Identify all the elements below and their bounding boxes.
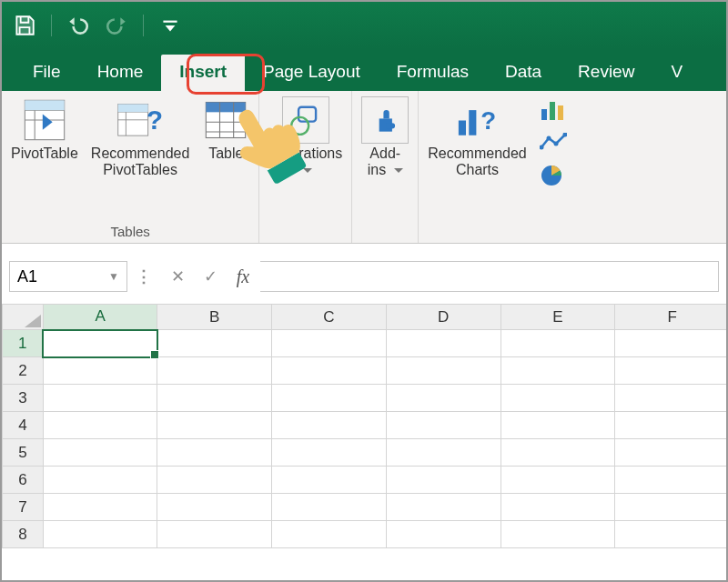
cancel-formula-button[interactable]: ✕	[162, 261, 193, 292]
svg-text:?: ?	[480, 106, 496, 135]
tab-insert[interactable]: Insert	[161, 55, 245, 91]
cell[interactable]	[272, 467, 387, 494]
cell[interactable]	[157, 412, 272, 439]
worksheet-grid[interactable]: A B C D E F 1 2 3 4 5 6 7 8	[2, 304, 726, 548]
cell[interactable]	[272, 357, 387, 385]
cell[interactable]	[386, 521, 500, 548]
formula-bar-expand[interactable]: ⋮	[129, 261, 160, 292]
illustrations-button[interactable]: Illustrations	[268, 96, 342, 179]
cell[interactable]	[272, 330, 387, 357]
tab-review[interactable]: Review	[560, 55, 652, 91]
cell[interactable]	[500, 330, 615, 357]
row-header-7[interactable]: 7	[3, 494, 44, 521]
insert-function-button[interactable]: fx	[228, 261, 258, 292]
tab-view-partial[interactable]: V	[652, 55, 701, 91]
cell[interactable]	[615, 412, 726, 439]
addins-label: Add-ins	[368, 146, 403, 179]
row-header-2[interactable]: 2	[3, 357, 44, 385]
cell[interactable]	[500, 494, 615, 521]
undo-button[interactable]	[63, 10, 94, 41]
tab-home[interactable]: Home	[79, 55, 162, 91]
tab-page-layout[interactable]: Page Layout	[245, 55, 379, 91]
column-header-D[interactable]: D	[386, 305, 500, 330]
cell-A1[interactable]	[43, 330, 157, 357]
row-header-4[interactable]: 4	[3, 412, 44, 439]
cell[interactable]	[500, 412, 615, 439]
addins-button[interactable]: Add-ins	[361, 96, 409, 179]
cell[interactable]	[386, 330, 500, 357]
cell[interactable]	[386, 467, 500, 494]
cell[interactable]	[43, 385, 157, 412]
table-button[interactable]: Table	[202, 96, 249, 162]
cell[interactable]	[157, 521, 272, 548]
cell[interactable]	[157, 494, 272, 521]
cell[interactable]	[500, 521, 615, 548]
row-header-1[interactable]: 1	[3, 330, 44, 357]
cell[interactable]	[615, 467, 726, 494]
pie-chart-button[interactable]	[540, 164, 567, 191]
cell[interactable]	[43, 412, 157, 439]
cell[interactable]	[615, 357, 726, 385]
cell[interactable]	[272, 439, 387, 467]
cell[interactable]	[386, 357, 500, 385]
group-illustrations: Illustrations	[259, 91, 352, 243]
qat-customize-button[interactable]	[155, 10, 186, 41]
cell[interactable]	[157, 330, 272, 357]
column-header-F[interactable]: F	[615, 305, 726, 330]
cell[interactable]	[272, 412, 387, 439]
cell[interactable]	[272, 385, 387, 412]
separator	[143, 15, 144, 36]
cell[interactable]	[386, 412, 500, 439]
cell[interactable]	[157, 385, 272, 412]
column-header-A[interactable]: A	[43, 305, 157, 330]
redo-icon	[105, 14, 128, 37]
redo-button[interactable]	[101, 10, 132, 41]
cell[interactable]	[615, 330, 726, 357]
cell[interactable]	[43, 467, 157, 494]
tab-formulas[interactable]: Formulas	[379, 55, 487, 91]
cell[interactable]	[500, 467, 615, 494]
tab-file[interactable]: File	[15, 55, 79, 91]
pivottable-button[interactable]: PivotTable	[11, 96, 78, 162]
tab-data[interactable]: Data	[487, 55, 560, 91]
save-button[interactable]	[9, 10, 40, 41]
cell[interactable]	[43, 357, 157, 385]
cell[interactable]	[386, 385, 500, 412]
cell[interactable]	[615, 494, 726, 521]
cell[interactable]	[386, 494, 500, 521]
formula-input[interactable]	[260, 261, 719, 292]
row-header-5[interactable]: 5	[3, 439, 44, 467]
cell[interactable]	[615, 439, 726, 467]
dropdown-icon	[158, 14, 182, 37]
cell[interactable]	[615, 385, 726, 412]
name-box-value: A1	[17, 267, 37, 286]
cell[interactable]	[615, 521, 726, 548]
recommended-pivottables-label: RecommendedPivotTables	[91, 146, 190, 179]
addins-icon	[361, 96, 409, 144]
cell[interactable]	[500, 439, 615, 467]
cell[interactable]	[157, 357, 272, 385]
cell[interactable]	[386, 439, 500, 467]
row-header-6[interactable]: 6	[3, 467, 44, 494]
column-header-B[interactable]: B	[157, 305, 272, 330]
cell[interactable]	[43, 521, 157, 548]
column-chart-button[interactable]	[540, 100, 567, 124]
line-chart-button[interactable]	[540, 133, 567, 155]
name-box[interactable]: A1 ▼	[9, 261, 127, 292]
cell[interactable]	[157, 467, 272, 494]
row-header-3[interactable]: 3	[3, 385, 44, 412]
cell[interactable]	[500, 357, 615, 385]
enter-formula-button[interactable]: ✓	[195, 261, 226, 292]
cell[interactable]	[272, 521, 387, 548]
select-all-corner[interactable]	[3, 305, 44, 330]
cell[interactable]	[157, 439, 272, 467]
cell[interactable]	[500, 385, 615, 412]
column-header-E[interactable]: E	[500, 305, 615, 330]
recommended-pivottables-button[interactable]: ? RecommendedPivotTables	[91, 96, 190, 179]
row-header-8[interactable]: 8	[3, 521, 44, 548]
cell[interactable]	[43, 439, 157, 467]
cell[interactable]	[43, 494, 157, 521]
recommended-charts-button[interactable]: ? RecommendedCharts	[428, 96, 527, 179]
cell[interactable]	[272, 494, 387, 521]
column-header-C[interactable]: C	[272, 305, 387, 330]
